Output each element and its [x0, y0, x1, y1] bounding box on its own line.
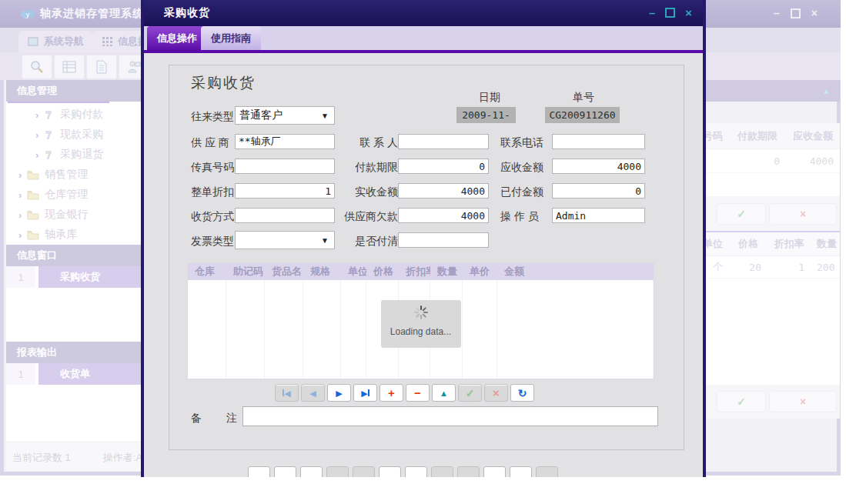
- contact-type-select[interactable]: 普通客户 ▼: [235, 106, 335, 125]
- first-record-button[interactable]: ◀: [275, 384, 299, 402]
- hammer-icon: [44, 130, 55, 139]
- reject-button[interactable]: ×: [769, 203, 837, 225]
- column-header: 数量: [811, 237, 840, 251]
- document-button[interactable]: [86, 55, 117, 79]
- chevron-right-icon: ›: [18, 169, 22, 181]
- chevron-right-icon: ›: [18, 209, 22, 221]
- post-record-button[interactable]: ✓: [458, 384, 482, 402]
- main-restore-button[interactable]: [791, 8, 801, 18]
- remark-field[interactable]: [242, 406, 658, 426]
- detail-grid-header: 仓库 助记码 货品名 规格 单位 价格 折扣率 数量 单价 金额: [188, 263, 654, 280]
- nav-button[interactable]: [379, 466, 401, 477]
- main-close-button[interactable]: ×: [811, 8, 818, 18]
- main-minimize-button[interactable]: –: [774, 8, 780, 18]
- supplier-debt-field[interactable]: [398, 208, 489, 223]
- supplier-field[interactable]: [235, 134, 335, 149]
- nav-button[interactable]: [457, 466, 480, 477]
- nav-button[interactable]: [431, 466, 453, 477]
- column-header: 货品名: [265, 265, 303, 279]
- chevron-down-icon: ▼: [321, 236, 329, 245]
- collapse-icon[interactable]: ▲: [822, 86, 831, 95]
- prev-record-button[interactable]: ◀: [301, 384, 325, 402]
- delete-record-button[interactable]: −: [406, 384, 430, 402]
- list-view-button[interactable]: [54, 55, 85, 79]
- nav-button[interactable]: [483, 466, 506, 477]
- dialog-close-button[interactable]: ×: [685, 7, 692, 18]
- received-field[interactable]: [398, 183, 489, 199]
- reject-button[interactable]: ×: [769, 391, 837, 412]
- grid-icon: [102, 37, 112, 46]
- tab-info-operation[interactable]: 信息操作: [147, 26, 207, 50]
- payment-term-field[interactable]: [398, 159, 489, 174]
- search-button[interactable]: [22, 55, 52, 79]
- list-icon: [62, 61, 76, 73]
- tab-system-nav[interactable]: 系统导航: [18, 31, 93, 52]
- user-icon: [127, 60, 141, 74]
- supplier-debt-label: 供应商欠款: [341, 210, 398, 224]
- operator-field[interactable]: [552, 208, 645, 223]
- paidoff-label: 是否付清: [354, 235, 398, 249]
- folder-icon: [27, 210, 39, 220]
- column-header: 金额: [497, 265, 654, 279]
- remark-label: 备 注: [191, 412, 248, 426]
- nav-button[interactable]: [353, 466, 375, 477]
- nav-button[interactable]: [536, 466, 558, 477]
- last-record-button[interactable]: ▶: [353, 384, 377, 402]
- folder-icon: [27, 190, 39, 200]
- loading-indicator: Loading data...: [381, 300, 461, 348]
- column-header: 折扣率: [767, 237, 811, 251]
- contact-field[interactable]: [398, 134, 489, 149]
- approve-button[interactable]: ✓: [717, 203, 766, 225]
- loading-text: Loading data...: [381, 326, 461, 337]
- column-header: 规格: [303, 265, 341, 279]
- receivable-label: 应收金额: [500, 161, 543, 175]
- paidoff-field[interactable]: [398, 232, 489, 248]
- date-label: 日期: [479, 91, 500, 105]
- tab-user-guide[interactable]: 使用指南: [201, 26, 261, 50]
- chevron-right-icon: ›: [18, 229, 22, 241]
- folder-icon: [27, 230, 39, 240]
- edit-record-button[interactable]: ▲: [432, 384, 456, 402]
- refresh-button[interactable]: ↻: [510, 384, 534, 402]
- invoice-type-select[interactable]: ▼: [235, 231, 335, 249]
- column-header: 价格: [366, 265, 399, 279]
- dialog-maximize-button[interactable]: [665, 8, 675, 18]
- next-record-button[interactable]: ▶: [327, 384, 351, 402]
- record-count: 当前记录数 1: [12, 451, 71, 465]
- receive-method-field[interactable]: [235, 208, 335, 223]
- discount-field[interactable]: [235, 183, 335, 199]
- chevron-right-icon: ›: [35, 109, 38, 121]
- detail-grid: 仓库 助记码 货品名 规格 单位 价格 折扣率 数量 单价 金额: [187, 262, 654, 379]
- chevron-down-icon: ▼: [321, 112, 329, 120]
- dialog-titlebar: 采购收货 – ×: [144, 0, 703, 26]
- column-header: 折扣率: [399, 265, 430, 279]
- approve-button[interactable]: ✓: [717, 391, 766, 412]
- nav-button[interactable]: [326, 466, 349, 477]
- nav-button[interactable]: [248, 466, 270, 477]
- operator-label: 操 作 员: [500, 210, 539, 224]
- dialog-form-panel: 采购收货 日期 单号 2009-11- CG200911260 往来类型 普通客…: [169, 65, 684, 450]
- chevron-right-icon: ›: [18, 189, 22, 201]
- purchase-receipt-dialog: 采购收货 – × 信息操作 使用指南 采购收货 日期 单号 2009-11- C…: [141, 0, 706, 477]
- hammer-icon: [44, 110, 55, 119]
- paid-field[interactable]: [552, 183, 645, 199]
- dialog-minimize-button[interactable]: –: [649, 7, 655, 18]
- contact-label: 联 系 人: [354, 136, 398, 150]
- fax-field[interactable]: [235, 159, 335, 174]
- receivable-field[interactable]: [552, 159, 645, 174]
- nav-button[interactable]: [405, 466, 427, 477]
- window-icon: [28, 37, 38, 46]
- column-header: 数量: [430, 265, 463, 279]
- contact-type-label: 往来类型: [191, 110, 234, 124]
- dialog-title: 采购收货: [164, 6, 210, 20]
- nav-button[interactable]: [274, 466, 296, 477]
- column-header: 付款期限: [729, 129, 786, 143]
- nav-button[interactable]: [510, 466, 532, 477]
- dialog-tabbar: 信息操作 使用指南: [144, 26, 703, 50]
- add-record-button[interactable]: +: [380, 384, 403, 402]
- column-header: 价格: [729, 237, 767, 251]
- phone-field[interactable]: [552, 134, 645, 149]
- cancel-record-button[interactable]: ×: [484, 384, 508, 402]
- nav-button[interactable]: [300, 466, 323, 477]
- tab-underline: [144, 50, 703, 53]
